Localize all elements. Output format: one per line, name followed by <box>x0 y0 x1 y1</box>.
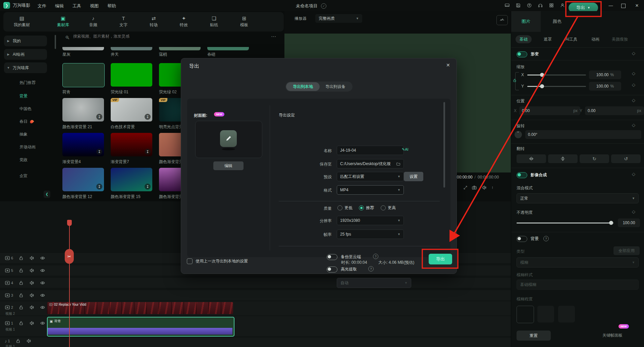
blur-preset-3[interactable] <box>558 306 575 323</box>
keyframe-icon[interactable]: ◇ <box>632 82 635 87</box>
keyframe-icon[interactable]: ◇ <box>632 51 635 56</box>
speaker-icon[interactable] <box>29 293 35 298</box>
scale-y-slider[interactable] <box>527 86 586 87</box>
eye-icon[interactable] <box>40 255 45 261</box>
subtab-ai-tools[interactable]: AI工具 <box>561 35 581 43</box>
menu-tools[interactable]: 工具 <box>72 3 81 9</box>
clip-video1-selected[interactable]: ▣荷青 <box>47 317 234 337</box>
dialog-export-button[interactable]: 导出 <box>429 254 452 264</box>
snapshot-icon[interactable] <box>472 185 477 190</box>
eye-icon[interactable] <box>40 268 45 273</box>
track-header-5[interactable]: 5 <box>5 268 45 273</box>
nav-group-ai-paint[interactable]: ▶AI绘画 <box>4 49 47 60</box>
rotate-input[interactable]: 0.00° <box>525 130 641 139</box>
speaker-icon[interactable] <box>29 320 35 326</box>
lock-icon[interactable] <box>18 293 24 298</box>
download-icon[interactable]: ↧ <box>145 149 151 155</box>
use-last-settings[interactable]: 使用上一次导出到本地的设置 <box>187 258 248 264</box>
thumb-neon-green-01[interactable] <box>111 63 152 87</box>
more-options-button[interactable]: ⋯ <box>271 34 276 40</box>
flip-vertical-button[interactable] <box>548 154 578 163</box>
maximize-button[interactable] <box>621 4 626 8</box>
nav-group-wondershare-lib[interactable]: ▼万兴喵库 <box>4 62 47 73</box>
flip-horizontal-button[interactable] <box>517 154 546 163</box>
eye-icon[interactable] <box>40 293 45 298</box>
search-input[interactable] <box>72 34 215 39</box>
track-header-4[interactable]: 4 <box>5 280 45 286</box>
scale-lock-icon[interactable] <box>513 78 517 83</box>
reset-button[interactable]: 重置 <box>517 331 551 341</box>
nav-group-mine[interactable]: ▶我的 <box>4 36 47 46</box>
lock-icon[interactable] <box>15 338 21 344</box>
background-toggle[interactable] <box>517 236 527 242</box>
account-icon[interactable] <box>560 3 565 8</box>
tab-templates[interactable]: ⊞模板 <box>231 15 258 28</box>
menu-help[interactable]: 帮助 <box>107 3 116 9</box>
nav-item-opening[interactable]: 开场动画 <box>19 144 36 150</box>
workspace-icon[interactable] <box>504 3 510 8</box>
lock-icon[interactable] <box>18 305 24 310</box>
nav-item-china-color[interactable]: 中国色 <box>19 106 32 112</box>
publish-icon[interactable] <box>527 3 532 8</box>
rotate-knob[interactable] <box>515 131 522 138</box>
keyframe-panel-button[interactable]: 关键帧面板 <box>602 333 623 338</box>
lock-icon[interactable] <box>18 280 24 286</box>
clip-video2[interactable]: 02 Replace Your Vidd <box>47 302 233 314</box>
track-header-video2[interactable]: 2 <box>5 305 45 310</box>
tab-transition[interactable]: ⇄转场 <box>140 15 167 28</box>
thumb-gradient-12[interactable]: ↧ <box>62 168 104 191</box>
nav-item-party[interactable]: 党政 <box>19 157 28 163</box>
blur-style-select[interactable]: 基础模糊 <box>517 280 639 290</box>
tab-color[interactable]: 颜色 <box>545 11 569 32</box>
track-header-audio1[interactable]: ♪1 <box>5 338 32 344</box>
track-header-video1[interactable]: 1 <box>5 320 45 326</box>
bg-blur-select[interactable]: 模糊▼ <box>517 257 639 267</box>
highlight-extract-toggle[interactable] <box>327 266 337 272</box>
blur-preset-2[interactable] <box>537 306 554 323</box>
speaker-icon[interactable] <box>29 280 35 286</box>
name-input[interactable]: J4-19-04 <box>337 146 404 155</box>
ai-rename-icon[interactable]: ✎AI <box>402 147 409 152</box>
eye-icon[interactable] <box>40 305 45 310</box>
help-icon[interactable]: ? <box>373 254 378 259</box>
thumb-gradient-15[interactable]: ↧ <box>111 168 152 191</box>
eye-icon[interactable] <box>40 280 45 286</box>
resolution-select[interactable]: 1920x1080▼ <box>337 216 404 225</box>
keyframe-icon[interactable]: ◇ <box>632 71 635 76</box>
download-icon[interactable]: ↧ <box>96 184 102 190</box>
lock-icon[interactable] <box>18 268 24 273</box>
help-icon[interactable]: ? <box>543 236 549 241</box>
blend-mode-select[interactable]: 正常▼ <box>517 193 639 203</box>
speaker-icon[interactable] <box>26 338 32 344</box>
thumb-jingtian[interactable] <box>111 47 152 50</box>
quality-low-radio[interactable]: 更低 <box>337 205 353 211</box>
quality-recommended-radio[interactable]: 推荐 <box>359 205 374 211</box>
save-path-input[interactable]: C:/Users/ws/Desktop/优化视 <box>337 159 404 168</box>
menu-view[interactable]: 视图 <box>90 3 99 9</box>
layout-icon[interactable] <box>549 3 554 8</box>
more-icon[interactable]: ⁝ <box>492 186 493 190</box>
cover-edit-button[interactable]: 编辑 <box>213 161 244 170</box>
scale-x-value[interactable]: 100.00% <box>589 70 621 79</box>
track-header-6[interactable]: 6 <box>5 255 45 261</box>
menu-file[interactable]: 文件 <box>38 3 46 9</box>
download-icon[interactable]: ↧ <box>145 114 151 120</box>
thumb-white-tech[interactable]: VIP ↧ <box>111 98 152 121</box>
close-button[interactable]: ✕ <box>632 3 642 8</box>
apply-all-button[interactable]: 全部应用 <box>613 246 640 255</box>
keyframe-icon[interactable]: ◇ <box>632 171 635 177</box>
thumb-heqing-selected[interactable] <box>62 63 105 87</box>
download-icon[interactable]: ↧ <box>96 149 102 155</box>
scope-button[interactable] <box>496 15 508 25</box>
nav-item-promo[interactable]: 企宣 <box>19 173 28 179</box>
speaker-icon[interactable] <box>29 255 35 261</box>
subtab-mask[interactable]: 遮罩 <box>540 35 556 43</box>
minimize-button[interactable]: — <box>606 3 616 8</box>
auto-select[interactable]: 自动▼ <box>337 278 411 288</box>
thumb-gradient-7[interactable]: ↧ <box>111 133 152 156</box>
thumb-koushao[interactable] <box>159 47 201 50</box>
scale-y-value[interactable]: 100.00% <box>589 82 621 91</box>
eye-icon[interactable] <box>40 320 45 326</box>
cover-thumbnail[interactable] <box>195 121 262 158</box>
rotate-ccw-button[interactable]: ↺ <box>611 154 641 163</box>
